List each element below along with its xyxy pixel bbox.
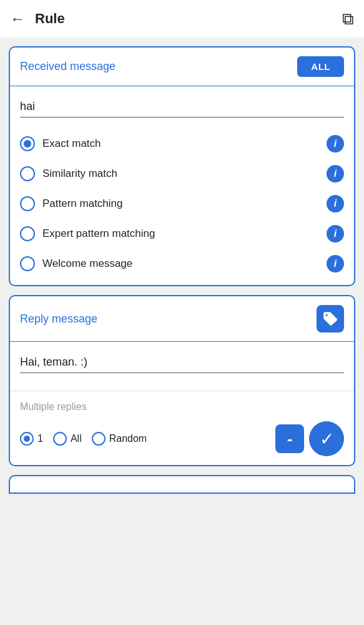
- expert-pattern-radio[interactable]: [20, 226, 35, 241]
- multiple-replies-row: 1 All Random - ✓: [20, 421, 344, 456]
- add-reply-button[interactable]: [317, 305, 344, 332]
- page-title: Rule: [35, 11, 342, 27]
- copy-icon[interactable]: ⧉: [342, 9, 354, 29]
- back-button[interactable]: ←: [10, 10, 25, 28]
- received-message-card: Received message ALL Exact match i Simil…: [9, 46, 355, 286]
- received-message-body: Exact match i Similarity match i Pattern…: [10, 86, 354, 285]
- expert-pattern-option: Expert pattern matching i: [20, 219, 344, 249]
- pattern-matching-option: Pattern matching i: [20, 189, 344, 219]
- received-message-input[interactable]: [20, 98, 344, 118]
- reply-count-all-radio[interactable]: [53, 432, 67, 446]
- reply-count-all-label: All: [71, 433, 82, 444]
- tag-plus-icon: [322, 311, 338, 327]
- exact-match-option: Exact match i: [20, 129, 344, 159]
- reply-message-input[interactable]: [20, 353, 344, 373]
- expert-pattern-info-icon[interactable]: i: [327, 225, 344, 242]
- similarity-match-radio[interactable]: [20, 166, 35, 181]
- similarity-match-radio-left[interactable]: Similarity match: [20, 166, 117, 181]
- bottom-partial-card: [9, 475, 355, 494]
- reply-count-random-option[interactable]: Random: [92, 432, 147, 446]
- multiple-replies-label: Multiple replies: [20, 401, 344, 412]
- expert-pattern-radio-left[interactable]: Expert pattern matching: [20, 226, 155, 241]
- reply-message-header: Reply message: [10, 296, 354, 342]
- pattern-matching-label: Pattern matching: [42, 198, 123, 210]
- reply-count-random-label: Random: [109, 433, 147, 444]
- similarity-match-option: Similarity match i: [20, 159, 344, 189]
- reply-count-1-label: 1: [37, 433, 43, 444]
- welcome-message-label: Welcome message: [42, 258, 132, 270]
- confirm-button[interactable]: ✓: [309, 421, 344, 456]
- minus-button[interactable]: -: [275, 424, 304, 453]
- exact-match-radio[interactable]: [20, 136, 35, 151]
- exact-match-info-icon[interactable]: i: [327, 135, 344, 152]
- similarity-match-label: Similarity match: [42, 168, 117, 180]
- pattern-matching-radio-left[interactable]: Pattern matching: [20, 196, 123, 211]
- reply-message-title: Reply message: [20, 312, 97, 326]
- exact-match-radio-left[interactable]: Exact match: [20, 136, 101, 151]
- app-header: ← Rule ⧉: [0, 0, 364, 38]
- reply-count-1-radio[interactable]: [20, 432, 34, 446]
- welcome-message-radio-left[interactable]: Welcome message: [20, 256, 132, 271]
- reply-message-card: Reply message Multiple replies 1 All: [9, 295, 355, 466]
- received-message-header: Received message ALL: [10, 48, 354, 86]
- all-button[interactable]: ALL: [297, 56, 344, 77]
- exact-match-label: Exact match: [42, 138, 101, 150]
- expert-pattern-label: Expert pattern matching: [42, 228, 155, 240]
- reply-count-all-option[interactable]: All: [53, 432, 82, 446]
- multiple-replies-section: Multiple replies 1 All Random - ✓: [10, 391, 354, 465]
- reply-count-random-radio[interactable]: [92, 432, 106, 446]
- pattern-matching-radio[interactable]: [20, 196, 35, 211]
- reply-count-1-option[interactable]: 1: [20, 432, 43, 446]
- pattern-matching-info-icon[interactable]: i: [327, 195, 344, 212]
- similarity-match-info-icon[interactable]: i: [327, 165, 344, 182]
- welcome-message-option: Welcome message i: [20, 249, 344, 279]
- reply-message-body: [10, 342, 354, 391]
- action-buttons: - ✓: [275, 421, 344, 456]
- welcome-message-radio[interactable]: [20, 256, 35, 271]
- received-message-title: Received message: [20, 60, 116, 73]
- welcome-message-info-icon[interactable]: i: [327, 255, 344, 272]
